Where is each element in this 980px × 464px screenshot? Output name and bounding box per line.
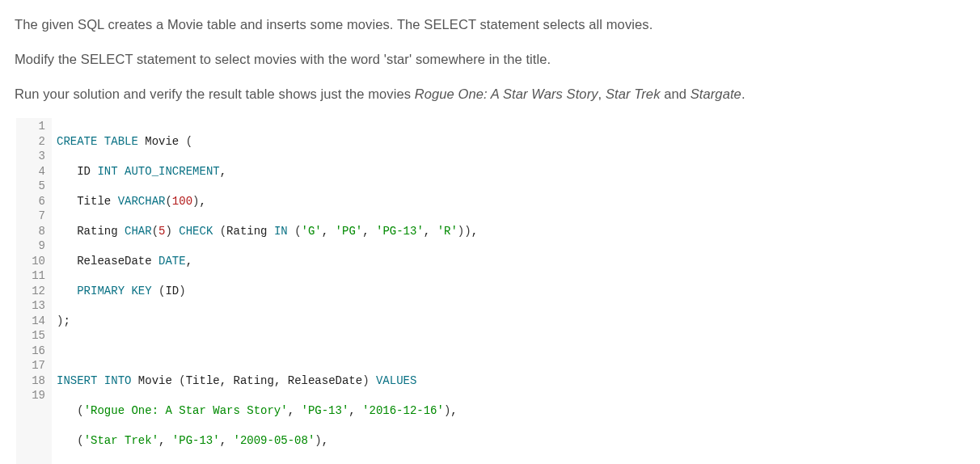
line-number: 19 xyxy=(27,388,45,403)
line-number: 2 xyxy=(27,134,45,150)
paren: ( xyxy=(77,404,83,417)
comma: , xyxy=(199,195,205,208)
comma: , xyxy=(322,434,328,447)
col-rating: Rating xyxy=(234,374,274,387)
line-number: 1 xyxy=(27,119,45,134)
instruction-p2: Modify the SELECT statement to select mo… xyxy=(15,49,965,70)
line-number: 8 xyxy=(27,224,45,239)
comma: , xyxy=(424,225,430,238)
str-g: 'G' xyxy=(302,225,322,238)
kw-primary: PRIMARY xyxy=(77,285,125,297)
comma: , xyxy=(158,434,165,447)
kw-check: CHECK xyxy=(179,225,213,238)
paren: ( xyxy=(165,195,171,208)
comma: , xyxy=(348,404,355,417)
comma: , xyxy=(186,255,192,268)
str-pg13: 'PG-13' xyxy=(376,225,424,238)
paren: ) xyxy=(179,285,185,297)
str-date1: '2016-12-16' xyxy=(362,404,444,417)
paren: ( xyxy=(152,225,158,238)
comma: , xyxy=(362,225,369,238)
comma: , xyxy=(274,374,281,387)
instruction-p3: Run your solution and verify the result … xyxy=(15,84,965,104)
str-date2: '2009-05-08' xyxy=(233,434,315,447)
line-number: 15 xyxy=(27,328,45,344)
comma: , xyxy=(322,225,328,238)
line-number: 6 xyxy=(27,194,45,209)
line-number: 13 xyxy=(27,298,45,314)
p3-em2: Star Trek xyxy=(606,86,661,101)
ident-title: Title xyxy=(77,195,111,208)
line-number: 16 xyxy=(27,344,45,359)
kw-insert: INSERT xyxy=(57,374,97,387)
paren: ( xyxy=(77,434,83,447)
ident-rating: Rating xyxy=(77,225,117,238)
ident-rating2: Rating xyxy=(226,225,267,238)
semi: ; xyxy=(63,314,70,327)
comma: , xyxy=(450,404,457,417)
kw-in: IN xyxy=(274,225,288,238)
instruction-p1: The given SQL creates a Movie table and … xyxy=(15,15,965,35)
instructions: The given SQL creates a Movie table and … xyxy=(15,15,965,103)
p3-sep2: and xyxy=(661,86,691,101)
kw-auto: AUTO_INCREMENT xyxy=(125,165,220,178)
paren: ) xyxy=(362,374,369,387)
str-pg13c: 'PG-13' xyxy=(172,434,220,447)
line-number: 14 xyxy=(27,314,45,329)
paren: ) xyxy=(458,225,464,238)
type-char: CHAR xyxy=(125,225,152,238)
line-number: 5 xyxy=(27,179,45,194)
line-number: 3 xyxy=(27,149,45,164)
paren: ) xyxy=(315,434,321,447)
p3-pre: Run your solution and verify the result … xyxy=(15,86,415,101)
paren: ( xyxy=(179,374,185,387)
line-number: 9 xyxy=(27,238,45,254)
num-100: 100 xyxy=(172,195,192,208)
ident-movie: Movie xyxy=(145,135,179,148)
str-pg13b: 'PG-13' xyxy=(301,404,348,417)
comma: , xyxy=(288,404,294,417)
p3-sep1: , xyxy=(598,86,606,101)
paren: ) xyxy=(165,225,171,238)
ident-id2: ID xyxy=(165,285,179,297)
paren: ) xyxy=(464,225,471,238)
code-area[interactable]: CREATE TABLE Movie ( ID INT AUTO_INCREME… xyxy=(52,118,965,464)
str-r: 'R' xyxy=(437,225,458,238)
p3-em3: Stargate xyxy=(691,86,741,101)
line-number: 10 xyxy=(27,254,45,269)
line-number-gutter: 12345678910111213141516171819 xyxy=(16,118,52,464)
kw-create: CREATE xyxy=(57,135,97,148)
ident-id: ID xyxy=(77,165,91,178)
str-startrek: 'Star Trek' xyxy=(84,434,158,447)
str-rogue: 'Rogue One: A Star Wars Story' xyxy=(84,404,288,417)
line-number: 7 xyxy=(27,209,45,224)
kw-table: TABLE xyxy=(104,135,138,148)
col-title: Title xyxy=(186,374,220,387)
ident-movie2: Movie xyxy=(138,374,172,387)
line-number: 11 xyxy=(27,268,45,284)
p3-em1: Rogue One: A Star Wars Story xyxy=(415,86,598,101)
kw-into: INTO xyxy=(104,374,132,387)
code-editor[interactable]: 12345678910111213141516171819 CREATE TAB… xyxy=(15,118,965,464)
kw-values: VALUES xyxy=(376,374,416,387)
type-int: INT xyxy=(97,165,117,178)
p3-post: . xyxy=(741,86,746,101)
kw-key: KEY xyxy=(131,285,151,297)
comma: , xyxy=(471,225,478,238)
comma: , xyxy=(220,434,226,447)
line-number: 4 xyxy=(27,164,45,179)
type-varchar: VARCHAR xyxy=(118,195,166,208)
paren: ( xyxy=(220,225,226,238)
col-release: ReleaseDate xyxy=(288,374,362,387)
comma: , xyxy=(220,165,226,178)
line-number: 12 xyxy=(27,284,45,299)
str-pg: 'PG' xyxy=(336,225,363,238)
line-number: 17 xyxy=(27,358,45,373)
comma: , xyxy=(220,374,226,387)
ident-releasedate: ReleaseDate xyxy=(77,255,151,268)
line-number: 18 xyxy=(27,373,45,389)
type-date: DATE xyxy=(158,255,186,268)
paren: ( xyxy=(294,225,301,238)
paren: ( xyxy=(186,135,192,148)
